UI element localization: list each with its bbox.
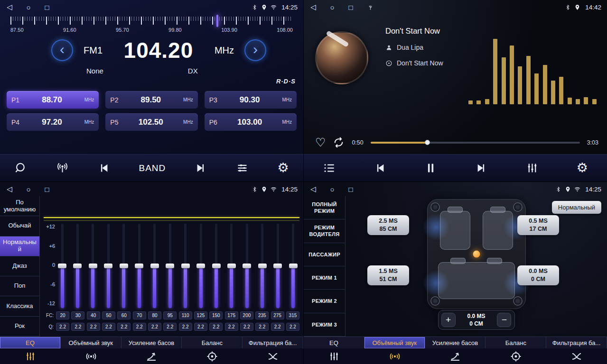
sound-mode-item[interactable]: ПОЛНЫЙ РЕЖИМ (304, 196, 345, 219)
tuner-scale[interactable]: 87.5091.6095.7099.80103.90108.00 (0, 17, 303, 33)
crossover-filter-icon[interactable] (243, 351, 303, 362)
eq-slider-handle[interactable] (196, 264, 205, 268)
eq-band-slider[interactable] (133, 224, 145, 308)
eq-preset-item[interactable]: Нормальный (0, 237, 39, 256)
home-button[interactable]: ○ (330, 3, 335, 11)
back-button[interactable]: ◁ (310, 185, 316, 193)
front-right-speaker-icon[interactable] (513, 202, 523, 212)
eq-band-slider[interactable] (118, 224, 130, 308)
eq-slider-handle[interactable] (289, 264, 298, 268)
back-button[interactable]: ◁ (7, 3, 12, 11)
tune-down-button[interactable]: ‹ (51, 39, 73, 61)
tab-eq[interactable]: EQ (0, 337, 61, 348)
sound-mode-item[interactable]: РЕЖИМ ВОДИТЕЛЯ (304, 219, 345, 243)
tab-surround-sound[interactable]: Объёмный звук (61, 337, 121, 348)
radio-preset-p6[interactable]: P6103.00MHz (205, 113, 297, 131)
playlist-icon[interactable] (323, 162, 336, 174)
eq-slider-handle[interactable] (120, 264, 128, 268)
bass-boost-icon[interactable] (121, 351, 182, 362)
eq-band-slider[interactable] (149, 224, 161, 308)
tab-crossover-filter[interactable]: Фильтрация ба... (243, 337, 303, 348)
eq-slider-handle[interactable] (212, 264, 221, 268)
eq-band-slider[interactable] (241, 224, 253, 308)
tab-eq[interactable]: EQ (304, 337, 364, 348)
surround-sound-icon[interactable] (61, 351, 121, 362)
eq-band-slider[interactable] (225, 224, 238, 308)
eq-slider-handle[interactable] (181, 264, 190, 268)
listening-position-dot[interactable] (473, 251, 480, 258)
eq-band-slider[interactable] (271, 224, 284, 308)
eq-slider-handle[interactable] (166, 264, 174, 268)
profile-badge[interactable]: Нормальный (552, 201, 601, 214)
crossover-filter-icon[interactable] (546, 351, 607, 362)
favorite-heart-icon[interactable]: ♡ (315, 136, 326, 148)
rear-left-delay-chip[interactable]: 1.5 MS 51 CM (367, 265, 409, 285)
eq-sliders-icon[interactable] (0, 351, 61, 362)
eq-band-slider[interactable] (195, 224, 207, 308)
radio-preset-p1[interactable]: P188.70MHz (7, 91, 99, 109)
next-track-icon[interactable] (475, 162, 488, 174)
audio-settings-icon[interactable] (236, 162, 249, 174)
eq-slider-handle[interactable] (89, 264, 97, 268)
eq-preset-item[interactable]: По умолчанию (0, 196, 39, 216)
front-right-delay-chip[interactable]: 0.5 MS 17 CM (517, 215, 559, 235)
sound-mode-item[interactable]: РЕЖИМ 2 (304, 290, 345, 313)
sound-mode-item[interactable]: РЕЖИМ 1 (304, 266, 345, 290)
settings-gear-icon[interactable]: ⚙ (278, 162, 289, 174)
home-button[interactable]: ○ (330, 185, 335, 193)
repeat-mode-icon[interactable] (333, 136, 345, 148)
eq-band-slider[interactable] (56, 224, 68, 308)
eq-band-slider[interactable] (102, 224, 114, 308)
radio-preset-p4[interactable]: P497.20MHz (7, 113, 99, 131)
delay-increase-button[interactable]: + (441, 313, 456, 327)
eq-slider-handle[interactable] (104, 264, 112, 268)
tab-balance[interactable]: Баланс (182, 337, 243, 348)
eq-band-slider[interactable] (179, 224, 192, 308)
tab-surround-sound[interactable]: Объёмный звук (364, 337, 425, 348)
eq-preset-item[interactable]: Поп (0, 276, 39, 296)
tab-balance[interactable]: Баланс (486, 337, 546, 348)
balance-icon[interactable] (182, 351, 243, 362)
balance-icon[interactable] (486, 351, 546, 362)
progress-bar[interactable] (371, 142, 580, 144)
sound-mode-item[interactable]: ПАССАЖИР (304, 243, 345, 266)
recents-button[interactable]: □ (45, 3, 49, 11)
radio-preset-p5[interactable]: P5102.50MHz (105, 113, 197, 131)
previous-track-icon[interactable] (374, 162, 386, 174)
back-button[interactable]: ◁ (310, 3, 316, 11)
scan-search-icon[interactable] (14, 162, 27, 174)
rear-right-delay-chip[interactable]: 0.0 MS 0 CM (517, 265, 559, 285)
eq-slider-handle[interactable] (135, 264, 143, 268)
equalizer-mixer-icon[interactable] (526, 162, 539, 174)
tuner-needle[interactable] (216, 15, 218, 27)
tab-bass-boost[interactable]: Усиление басов (121, 337, 182, 348)
eq-band-slider[interactable] (256, 224, 269, 308)
home-button[interactable]: ○ (27, 185, 31, 193)
tab-bass-boost[interactable]: Усиление басов (425, 337, 486, 348)
eq-slider-handle[interactable] (227, 264, 236, 268)
home-button[interactable]: ○ (27, 3, 31, 11)
front-left-delay-chip[interactable]: 2.5 MS 85 CM (367, 215, 409, 235)
tune-up-button[interactable]: › (244, 39, 266, 61)
eq-slider-handle[interactable] (58, 264, 66, 268)
delay-decrease-button[interactable]: − (497, 313, 511, 327)
radio-preset-p2[interactable]: P289.50MHz (105, 91, 197, 109)
back-button[interactable]: ◁ (7, 185, 12, 193)
rear-right-speaker-icon[interactable] (513, 296, 523, 306)
eq-band-slider[interactable] (164, 224, 176, 308)
previous-station-icon[interactable] (97, 162, 110, 174)
pause-icon[interactable] (424, 162, 437, 174)
eq-preset-item[interactable]: Обычай (0, 216, 39, 236)
eq-preset-item[interactable]: Классика (0, 296, 39, 316)
eq-slider-handle[interactable] (258, 264, 267, 268)
sound-mode-item[interactable]: РЕЖИМ 3 (304, 313, 345, 337)
eq-slider-handle[interactable] (273, 264, 282, 268)
surround-sound-icon[interactable] (364, 351, 425, 362)
bass-boost-icon[interactable] (425, 351, 486, 362)
front-left-speaker-icon[interactable] (430, 202, 440, 212)
eq-preset-item[interactable]: Рок (0, 317, 39, 337)
rear-left-speaker-icon[interactable] (430, 296, 440, 306)
settings-gear-icon[interactable]: ⚙ (577, 162, 588, 174)
eq-band-slider[interactable] (71, 224, 84, 308)
eq-band-slider[interactable] (87, 224, 99, 308)
